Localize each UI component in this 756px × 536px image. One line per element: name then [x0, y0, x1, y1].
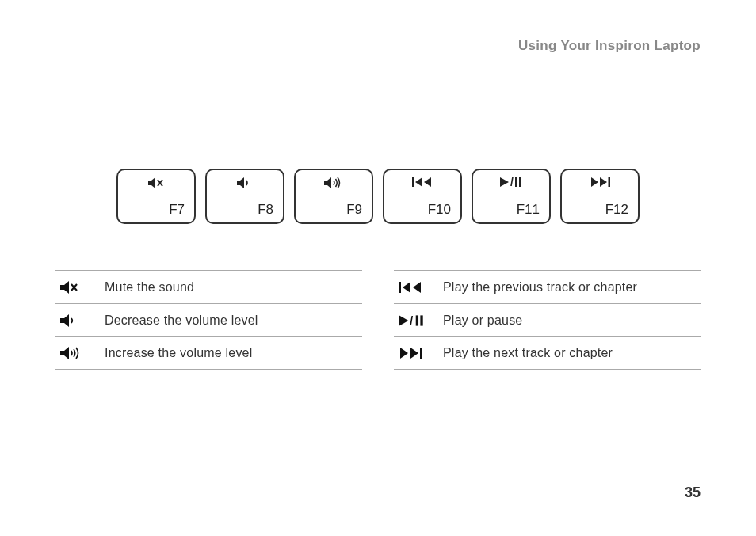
- legend-row: Mute the sound: [55, 270, 362, 303]
- next-track-icon: [590, 177, 610, 188]
- page-number: 35: [685, 485, 701, 501]
- legend-row: / Play or pause: [394, 303, 701, 336]
- key-f7: F7: [116, 169, 196, 224]
- key-label: F7: [169, 202, 185, 218]
- header-title: Using Your Inspiron Laptop: [518, 38, 701, 53]
- legend-row: Increase the volume level: [55, 336, 362, 370]
- legend-text: Decrease the volume level: [105, 314, 258, 328]
- key-f11: / F11: [472, 169, 551, 224]
- play-pause-icon: /: [499, 177, 523, 188]
- key-f10: F10: [383, 169, 462, 224]
- svg-rect-6: [609, 177, 611, 187]
- key-f8: F8: [205, 169, 284, 224]
- svg-rect-13: [420, 348, 422, 359]
- mute-icon: [60, 280, 87, 295]
- legend-row: Play the previous track or chapter: [394, 270, 701, 303]
- page-header: Using Your Inspiron Laptop: [55, 38, 701, 54]
- legend-left-column: Mute the sound Decrease the volume level…: [55, 270, 362, 370]
- svg-rect-4: [515, 177, 517, 187]
- function-keys-row: F7 F8 F9 F10 / F11 F12: [55, 169, 701, 224]
- svg-rect-2: [412, 177, 414, 187]
- legend-text: Mute the sound: [105, 280, 194, 295]
- prev-track-icon: [399, 281, 426, 294]
- mute-icon: [148, 177, 164, 189]
- legend-row: Play the next track or chapter: [394, 336, 701, 370]
- svg-text:/: /: [510, 177, 514, 188]
- volume-up-icon: [324, 177, 343, 189]
- key-f12: F12: [560, 169, 640, 224]
- play-pause-icon: /: [399, 314, 426, 327]
- svg-rect-12: [420, 315, 422, 325]
- volume-down-icon: [60, 314, 87, 328]
- legend-text: Play the next track or chapter: [443, 346, 613, 360]
- legend-right-column: Play the previous track or chapter / Pla…: [394, 270, 701, 370]
- legend: Mute the sound Decrease the volume level…: [55, 270, 701, 370]
- legend-text: Play the previous track or chapter: [443, 280, 637, 295]
- svg-rect-11: [416, 315, 418, 325]
- volume-up-icon: [60, 346, 87, 360]
- svg-text:/: /: [410, 314, 413, 327]
- key-label: F12: [605, 202, 628, 218]
- svg-rect-9: [399, 282, 401, 293]
- svg-rect-5: [519, 177, 521, 187]
- key-label: F8: [258, 202, 273, 218]
- legend-text: Play or pause: [443, 314, 522, 328]
- volume-down-icon: [237, 177, 253, 189]
- legend-text: Increase the volume level: [105, 346, 252, 360]
- key-label: F10: [428, 202, 451, 218]
- key-label: F9: [346, 202, 362, 218]
- prev-track-icon: [412, 177, 433, 188]
- key-label: F11: [517, 202, 540, 218]
- key-f9: F9: [294, 169, 373, 224]
- next-track-icon: [399, 347, 426, 359]
- legend-row: Decrease the volume level: [55, 303, 362, 336]
